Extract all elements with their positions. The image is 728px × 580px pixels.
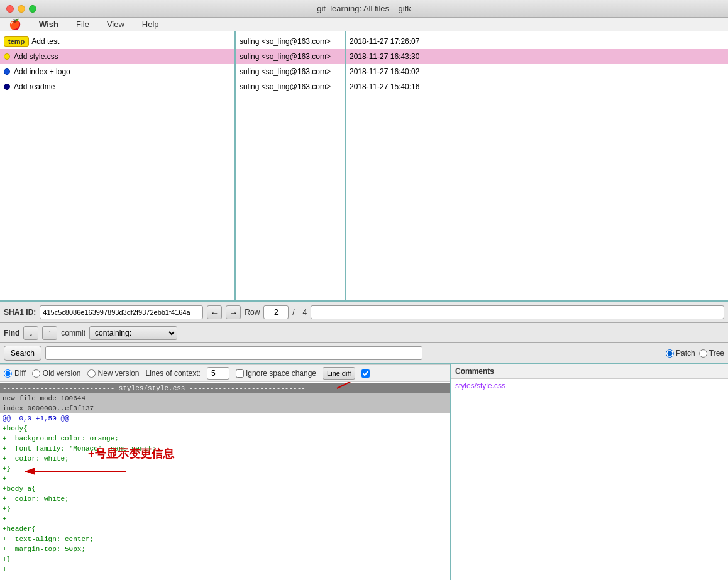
diff-line: + color: white; xyxy=(0,494,450,504)
apple-menu[interactable]: 🍎 xyxy=(5,17,25,31)
window-title: git_learning: All files – gitk xyxy=(317,4,411,13)
back-button[interactable]: ← xyxy=(207,305,222,319)
new-version-radio[interactable] xyxy=(87,369,96,378)
commit-dot xyxy=(4,68,10,75)
comments-header: Comments xyxy=(451,364,728,379)
old-version-label: Old version xyxy=(43,369,81,378)
diff-line: + text-align: center; xyxy=(0,534,450,544)
menu-help[interactable]: Help xyxy=(138,18,163,30)
row-total-value: 4 xyxy=(302,308,307,317)
find-type-label: commit xyxy=(61,329,85,337)
nav-bar: SHA1 ID: ← → Row / 4 xyxy=(0,302,728,323)
line-diff-button[interactable]: Line diff xyxy=(323,367,355,380)
commit-area: temp Add test Add style.css Add index + … xyxy=(0,31,728,302)
menu-wish[interactable]: Wish xyxy=(35,18,62,30)
diff-content[interactable]: --------------------------- styles/style… xyxy=(0,382,450,580)
diff-hunk: @@ -0,0 +1,50 @@ xyxy=(0,413,450,424)
tree-label: Tree xyxy=(709,349,724,358)
row-total: / xyxy=(292,308,299,317)
diff-line: +} xyxy=(0,504,450,514)
comment-file: styles/style.css xyxy=(455,381,505,390)
commit-graph-column: temp Add test Add style.css Add index + … xyxy=(0,31,236,300)
diff-line: +body a{ xyxy=(0,484,450,494)
find-dropdown[interactable]: containing: touching paths: adding/remov… xyxy=(89,326,177,340)
diff-line: +header{ xyxy=(0,524,450,534)
diff-line: +body{ xyxy=(0,424,450,434)
commit-row[interactable]: temp Add test xyxy=(0,34,234,49)
tree-radio-label[interactable]: Tree xyxy=(699,349,724,358)
lines-context-label: Lines of context: xyxy=(146,369,201,378)
search-input[interactable] xyxy=(45,346,422,360)
old-version-radio-group[interactable]: Old version xyxy=(32,369,81,378)
comments-content[interactable]: styles/style.css xyxy=(451,379,728,580)
patch-radio[interactable] xyxy=(666,349,674,358)
row-label: Row xyxy=(245,308,260,317)
commit-row[interactable]: Add readme xyxy=(0,79,234,94)
date-row-selected: 2018-11-27 16:43:30 xyxy=(346,49,728,64)
diff-line: + background-color: orange; xyxy=(0,434,450,444)
diff-options-bar: Diff Old version New version Lines of co… xyxy=(0,364,450,382)
diff-content-wrapper: --------------------------- styles/style… xyxy=(0,382,450,580)
date-row: 2018-11-27 16:40:02 xyxy=(346,64,728,79)
patch-radio-label[interactable]: Patch xyxy=(666,349,695,358)
commit-message: Add readme xyxy=(14,82,55,91)
menu-view[interactable]: View xyxy=(103,18,128,30)
search-button[interactable]: Search xyxy=(4,346,41,361)
diff-line: + font-family: 'Monaco', sans-serif; xyxy=(0,444,450,454)
diff-line: + margin-top: 50px; xyxy=(0,544,450,554)
commit-dot xyxy=(4,84,10,90)
diff-left-panel: Diff Old version New version Lines of co… xyxy=(0,364,451,580)
branch-tag-temp[interactable]: temp xyxy=(4,36,29,47)
diff-line: +} xyxy=(0,554,450,564)
diff-label: Diff xyxy=(14,369,26,378)
menu-bar: 🍎 Wish File View Help xyxy=(0,18,728,31)
title-bar: git_learning: All files – gitk xyxy=(0,0,728,18)
commit-message: Add test xyxy=(31,37,59,46)
commit-row[interactable]: Add index + logo xyxy=(0,64,234,79)
diff-radio-group[interactable]: Diff xyxy=(4,369,26,378)
author-row: suling <so_ling@163.com> xyxy=(236,64,345,79)
date-row: 2018-11-27 17:26:07 xyxy=(346,34,728,49)
window-controls[interactable] xyxy=(6,5,36,13)
new-version-radio-group[interactable]: New version xyxy=(87,369,140,378)
date-row: 2018-11-27 15:40:16 xyxy=(346,79,728,94)
minimize-button[interactable] xyxy=(18,5,25,13)
diff-meta: index 0000000..ef3f137 xyxy=(0,403,450,413)
diff-line: + xyxy=(0,474,450,484)
comments-panel: Comments styles/style.css xyxy=(451,364,728,580)
sha-input[interactable] xyxy=(40,305,203,319)
author-row: suling <so_ling@163.com> xyxy=(236,34,345,49)
diff-line: + xyxy=(0,564,450,574)
ignore-space-label: Ignore space change xyxy=(246,369,316,378)
find-up-button[interactable]: ↑ xyxy=(42,326,57,340)
patch-tree-options: Patch Tree xyxy=(666,349,724,358)
old-version-radio[interactable] xyxy=(32,369,40,378)
diff-meta: new file mode 100644 xyxy=(0,393,450,403)
commit-dot xyxy=(4,53,10,60)
lines-context-input[interactable] xyxy=(207,367,229,380)
find-down-button[interactable]: ↓ xyxy=(23,326,38,340)
ignore-space-group[interactable]: Ignore space change xyxy=(236,369,316,378)
diff-radio[interactable] xyxy=(4,369,12,378)
find-bar: Find ↓ ↑ commit containing: touching pat… xyxy=(0,323,728,343)
new-version-label: New version xyxy=(98,369,140,378)
tree-radio[interactable] xyxy=(699,349,707,358)
author-row: suling <so_ling@163.com> xyxy=(236,79,345,94)
author-column: suling <so_ling@163.com> suling <so_ling… xyxy=(236,31,346,300)
line-diff-checkbox[interactable] xyxy=(361,369,370,378)
sha-label: SHA1 ID: xyxy=(4,308,36,317)
patch-label: Patch xyxy=(676,349,695,358)
commit-row-selected[interactable]: Add style.css xyxy=(0,49,234,64)
row-number-input[interactable] xyxy=(263,305,289,319)
ignore-space-checkbox[interactable] xyxy=(236,369,244,378)
maximize-button[interactable] xyxy=(29,5,36,13)
diff-line: +} xyxy=(0,464,450,474)
author-row-selected: suling <so_ling@163.com> xyxy=(236,49,345,64)
main-area: temp Add test Add style.css Add index + … xyxy=(0,31,728,580)
menu-file[interactable]: File xyxy=(72,18,93,30)
close-button[interactable] xyxy=(6,5,14,13)
diff-line: + color: white; xyxy=(0,454,450,464)
search-bar: Search Patch Tree xyxy=(0,343,728,364)
progress-bar xyxy=(311,305,724,319)
forward-button[interactable]: → xyxy=(226,305,241,319)
